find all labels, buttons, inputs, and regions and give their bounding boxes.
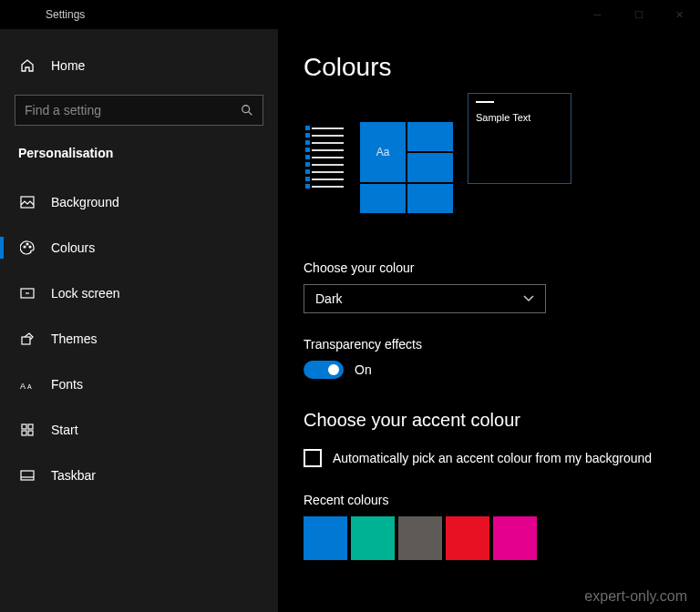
sidebar-item-label: Lock screen (51, 286, 119, 301)
start-icon (18, 423, 36, 436)
themes-icon (18, 332, 36, 346)
svg-point-0 (242, 106, 250, 113)
watermark: expert-only.com (584, 588, 687, 605)
svg-rect-11 (22, 424, 26, 429)
svg-rect-12 (28, 424, 33, 429)
transparency-toggle-row: On (304, 361, 674, 379)
home-icon (18, 58, 36, 73)
window-controls: ─ ☐ ✕ (577, 0, 700, 29)
content-area: Home Personalisation Background Colours (0, 29, 700, 612)
recent-colours-row (304, 516, 674, 560)
auto-pick-label: Automatically pick an accent colour from… (333, 451, 652, 465)
sidebar-item-label: Taskbar (51, 468, 96, 483)
auto-pick-row: Automatically pick an accent colour from… (304, 449, 674, 467)
sidebar-item-themes[interactable]: Themes (0, 321, 278, 357)
svg-line-1 (249, 112, 252, 116)
toggle-knob (328, 364, 339, 375)
sidebar-item-label: Start (51, 423, 78, 437)
recent-colour-swatch[interactable] (398, 516, 442, 560)
close-button[interactable]: ✕ (659, 0, 700, 29)
search-box[interactable] (15, 95, 263, 126)
choose-colour-label: Choose your colour (304, 260, 674, 275)
svg-rect-15 (21, 471, 34, 480)
svg-rect-13 (22, 431, 26, 435)
sidebar-item-colours[interactable]: Colours (0, 230, 278, 266)
preview-tiles: Aa (360, 122, 453, 213)
sidebar-item-start[interactable]: Start (0, 412, 278, 448)
chevron-down-icon (523, 295, 534, 302)
sidebar-item-label: Colours (51, 240, 95, 255)
taskbar-icon (18, 470, 36, 481)
main-panel: Colours Aa Sample (278, 29, 700, 612)
auto-pick-checkbox[interactable] (304, 449, 322, 467)
recent-colour-swatch[interactable] (304, 516, 347, 560)
svg-point-3 (24, 246, 26, 248)
minimize-button[interactable]: ─ (577, 0, 618, 29)
section-title: Personalisation (0, 142, 278, 184)
transparency-value: On (355, 362, 372, 377)
sidebar: Home Personalisation Background Colours (0, 29, 278, 612)
search-icon (241, 104, 253, 117)
sidebar-item-lockscreen[interactable]: Lock screen (0, 275, 278, 311)
sidebar-item-fonts[interactable]: AA Fonts (0, 366, 278, 403)
transparency-label: Transparency effects (304, 337, 674, 352)
recent-colour-swatch[interactable] (493, 516, 537, 560)
preview-window: Sample Text (468, 93, 571, 184)
colour-mode-value: Dark (315, 291, 343, 306)
preview-tile-aa: Aa (360, 122, 406, 182)
sidebar-item-label: Background (51, 195, 119, 209)
svg-point-5 (29, 246, 31, 248)
search-input[interactable] (25, 103, 241, 117)
sidebar-item-background[interactable]: Background (0, 184, 278, 220)
preview-window-accent (476, 101, 494, 103)
home-link[interactable]: Home (0, 49, 278, 82)
sidebar-item-label: Fonts (51, 377, 83, 392)
sidebar-item-label: Themes (51, 332, 98, 346)
colour-mode-dropdown[interactable]: Dark (304, 284, 546, 313)
preview-sample-text: Sample Text (476, 112, 563, 123)
window-title: Settings (46, 8, 85, 21)
fonts-icon: AA (18, 378, 36, 391)
svg-text:A: A (27, 383, 32, 390)
recent-colour-swatch[interactable] (446, 516, 489, 560)
picture-icon (18, 196, 36, 209)
svg-rect-14 (28, 431, 33, 435)
recent-colour-swatch[interactable] (351, 516, 395, 560)
sidebar-item-taskbar[interactable]: Taskbar (0, 457, 278, 494)
home-label: Home (51, 58, 85, 73)
preview-list (304, 122, 345, 213)
maximize-button[interactable]: ☐ (618, 0, 659, 29)
accent-heading: Choose your accent colour (304, 410, 674, 431)
lockscreen-icon (18, 287, 36, 300)
svg-rect-2 (21, 197, 34, 208)
palette-icon (18, 240, 36, 255)
theme-preview: Aa Sample Text (304, 122, 674, 213)
svg-rect-8 (22, 337, 30, 344)
page-title: Colours (304, 53, 674, 82)
recent-colours-label: Recent colours (304, 493, 674, 507)
transparency-toggle[interactable] (304, 361, 344, 379)
svg-text:A: A (20, 382, 26, 391)
svg-point-4 (26, 243, 28, 245)
titlebar: Settings ─ ☐ ✕ (0, 0, 700, 29)
